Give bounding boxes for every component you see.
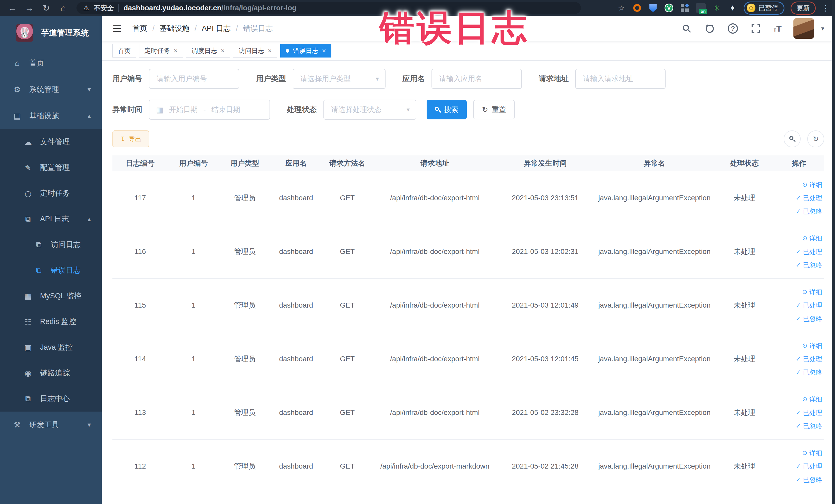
tab-访问日志[interactable]: 访问日志× [233,44,277,58]
action-processed-link[interactable]: ✓已处理 [774,191,822,205]
tab-label: 首页 [118,46,131,55]
action-detail-link[interactable]: ⊙详细 [774,178,822,191]
action-processed-link[interactable]: ✓已处理 [774,299,822,312]
action-detail-link[interactable]: ⊙详细 [774,231,822,245]
request-url-input[interactable] [575,69,666,89]
extension-shield-icon[interactable] [648,3,658,13]
user-id-input[interactable] [149,69,239,89]
help-icon[interactable]: ? [727,23,738,34]
action-ignored-link[interactable]: ✓已忽略 [774,473,822,486]
close-icon[interactable]: × [221,47,225,55]
sidebar-item-home[interactable]: ⌂首页 [0,50,102,76]
sidebar-item-trace[interactable]: ◉链路追踪 [0,360,102,386]
close-icon[interactable]: × [322,47,326,55]
sidebar-toggle-icon[interactable]: ☰ [113,23,122,35]
breadcrumb-item[interactable]: 基础设施 [160,23,189,34]
action-ignored-link[interactable]: ✓已忽略 [774,312,822,325]
scrollbar[interactable] [832,0,835,504]
app-name-input[interactable] [431,69,522,89]
paused-pill[interactable]: ☺ 已暂停 [744,2,785,15]
breadcrumb-item[interactable]: API 日志 [202,23,231,34]
search-button[interactable]: 搜索 [427,100,467,119]
close-icon[interactable]: × [174,47,178,55]
tab-错误日志[interactable]: 错误日志× [280,44,331,58]
refresh-table-button[interactable]: ↻ [807,130,824,147]
cell-user_type: 管理员 [219,440,270,493]
action-processed-link[interactable]: ✓已处理 [774,245,822,258]
sidebar-item-label: 系统管理 [29,84,59,95]
sidebar-item-log-center[interactable]: ⧉日志中心 [0,386,102,411]
sidebar-item-redis-monitor[interactable]: ☷Redis 监控 [0,309,102,335]
extension-grid-icon[interactable] [680,3,690,13]
action-detail-link[interactable]: ⊙详细 [774,392,822,406]
action-label: 详细 [809,285,822,299]
export-button[interactable]: ↧ 导出 [113,130,149,147]
request-url-label: 请求地址 [539,74,569,84]
cell-user_id: 1 [168,440,219,493]
bookmark-star-icon[interactable]: ☆ [616,3,626,13]
table-row: 1161管理员dashboardGET/api/infra/db-doc/exp… [113,225,824,279]
sidebar-item-mysql-monitor[interactable]: ▦MySQL 监控 [0,283,102,309]
action-ignored-link[interactable]: ✓已忽略 [774,205,822,218]
extension-on-icon[interactable]: on [696,3,706,13]
url-host: dashboard.yudao.iocoder.cn [123,4,221,12]
action-detail-link[interactable]: ⊙详细 [774,285,822,299]
browser-menu-icon[interactable]: ⋮ [822,4,830,13]
action-ignored-link[interactable]: ✓已忽略 [774,419,822,432]
sidebar-item-access-log[interactable]: ⧉访问日志 [0,232,102,258]
process-status-select[interactable]: 请选择处理状态▾ [323,100,416,120]
breadcrumb-item[interactable]: 首页 [133,23,147,34]
browser-reload-icon[interactable]: ↻ [39,3,54,13]
extension-green-v-icon[interactable]: V [664,3,674,13]
exception-time-range-picker[interactable]: ▦ 开始日期 - 结束日期 [149,100,270,120]
tab-首页[interactable]: 首页 [113,44,136,58]
user-menu-caret-icon[interactable]: ▾ [821,25,824,32]
action-processed-link[interactable]: ✓已处理 [774,352,822,366]
sidebar-item-java-monitor[interactable]: ▣Java 监控 [0,335,102,360]
user-avatar[interactable] [793,18,814,39]
sidebar-item-infrastructure[interactable]: ▤基础设施▴ [0,103,102,129]
sidebar-item-api-log[interactable]: ⧉API 日志▴ [0,206,102,232]
update-pill[interactable]: 更新 [791,2,816,15]
app-logo-row[interactable]: 🐰 芋道管理系统 [0,16,102,50]
cell-method: GET [322,225,373,279]
browser-home-icon[interactable]: ⌂ [56,3,70,13]
check-icon: ✓ [796,473,801,486]
sidebar-item-system-mgmt[interactable]: ⚙系统管理▾ [0,76,102,103]
sidebar-item-dev-tools[interactable]: ⚒研发工具▾ [0,411,102,438]
search-icon[interactable] [681,23,692,34]
reset-button[interactable]: ↻ 重置 [473,100,515,119]
extensions-puzzle-icon[interactable]: ✦ [728,3,737,13]
fullscreen-icon[interactable] [750,23,761,34]
column-header: 处理状态 [715,155,774,171]
sidebar-item-cron-job[interactable]: ◷定时任务 [0,181,102,206]
browser-forward-icon[interactable]: → [22,3,37,13]
action-ignored-link[interactable]: ✓已忽略 [774,258,822,271]
sidebar-item-error-log[interactable]: ⧉错误日志 [0,258,102,283]
sidebar-item-file-mgmt[interactable]: ☁文件管理 [0,129,102,155]
font-size-icon[interactable]: тT [773,24,781,34]
toggle-search-button[interactable] [784,130,801,147]
user-type-select[interactable]: 请选择用户类型▾ [292,69,386,89]
browser-back-icon[interactable]: ← [5,3,20,13]
sidebar-item-config-mgmt[interactable]: ✎配置管理 [0,155,102,181]
action-ignored-link[interactable]: ✓已忽略 [774,366,822,379]
extension-sprout-icon[interactable]: ✳ [712,3,721,13]
cell-app: dashboard [270,332,322,386]
tab-调度日志[interactable]: 调度日志× [186,44,230,58]
action-processed-link[interactable]: ✓已处理 [774,460,822,473]
sidebar-item-label: Java 监控 [40,342,73,352]
action-detail-link[interactable]: ⊙详细 [774,446,822,460]
extension-orange-icon[interactable] [632,3,642,13]
tools-icon: ⚒ [12,420,22,429]
action-detail-link[interactable]: ⊙详细 [774,339,822,352]
cell-user_id: 1 [168,279,219,332]
github-icon[interactable] [704,23,715,34]
chevron-down-icon: ▾ [87,85,91,94]
sidebar-item-label: 访问日志 [51,240,81,250]
check-icon: ✓ [796,406,801,419]
active-dot-icon [286,49,289,53]
action-processed-link[interactable]: ✓已处理 [774,406,822,419]
close-icon[interactable]: × [268,47,271,55]
tab-定时任务[interactable]: 定时任务× [139,44,183,58]
